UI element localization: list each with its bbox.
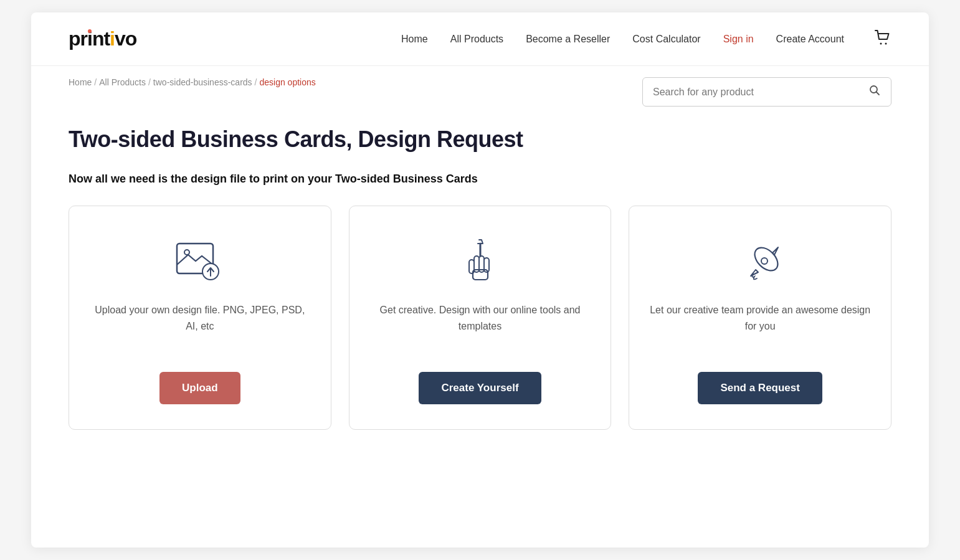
breadcrumb-active: design options: [259, 77, 315, 87]
nav-create-account[interactable]: Create Account: [776, 34, 844, 45]
nav-home[interactable]: Home: [401, 34, 428, 45]
upload-card: Upload your own design file. PNG, JPEG, …: [69, 206, 331, 430]
create-yourself-card-text: Get creative. Design with our online too…: [368, 302, 592, 357]
breadcrumb-all-products[interactable]: All Products: [99, 77, 146, 87]
upload-card-text: Upload your own design file. PNG, JPEG, …: [88, 302, 312, 357]
create-yourself-button[interactable]: Create Yourself: [419, 372, 541, 404]
nav-signin[interactable]: Sign in: [723, 34, 754, 45]
page-title: Two-sided Business Cards, Design Request: [69, 126, 891, 153]
main-nav: Home All Products Become a Reseller Cost…: [401, 29, 891, 49]
breadcrumb: Home / All Products / two-sided-business…: [69, 77, 316, 87]
send-request-icon: [732, 237, 788, 287]
create-yourself-icon: [452, 237, 508, 287]
svg-point-15: [761, 258, 768, 264]
subtitle-section: Now all we need is the design file to pr…: [31, 160, 929, 193]
subtitle: Now all we need is the design file to pr…: [69, 173, 891, 186]
send-request-button[interactable]: Send a Request: [698, 372, 822, 404]
search-icon[interactable]: [868, 84, 881, 100]
upload-button[interactable]: Upload: [159, 372, 240, 404]
svg-line-3: [877, 92, 880, 95]
breadcrumb-home[interactable]: Home: [69, 77, 92, 87]
nav-calculator[interactable]: Cost Calculator: [632, 34, 700, 45]
page-title-section: Two-sided Business Cards, Design Request: [31, 107, 929, 160]
breadcrumb-two-sided[interactable]: two-sided-business-cards: [153, 77, 252, 87]
nav-reseller[interactable]: Become a Reseller: [526, 34, 610, 45]
search-box: [642, 77, 891, 107]
create-yourself-card: Get creative. Design with our online too…: [349, 206, 612, 430]
logo[interactable]: printivo: [69, 27, 136, 50]
svg-point-0: [880, 42, 882, 44]
page-wrapper: printivo Home All Products Become a Rese…: [31, 12, 929, 548]
breadcrumb-sep-2: /: [148, 77, 151, 87]
send-request-card: Let our creative team provide an awesome…: [629, 206, 891, 430]
breadcrumb-sep-1: /: [94, 77, 97, 87]
sub-header: Home / All Products / two-sided-business…: [31, 66, 929, 107]
svg-point-1: [885, 42, 887, 44]
header: printivo Home All Products Become a Rese…: [31, 12, 929, 66]
breadcrumb-sep-3: /: [255, 77, 257, 87]
upload-icon: [172, 237, 228, 287]
search-input[interactable]: [653, 87, 868, 98]
svg-point-5: [184, 250, 189, 255]
cards-section: Upload your own design file. PNG, JPEG, …: [31, 193, 929, 467]
send-request-card-text: Let our creative team provide an awesome…: [648, 302, 872, 357]
cart-icon[interactable]: [874, 29, 891, 49]
nav-all-products[interactable]: All Products: [450, 34, 503, 45]
